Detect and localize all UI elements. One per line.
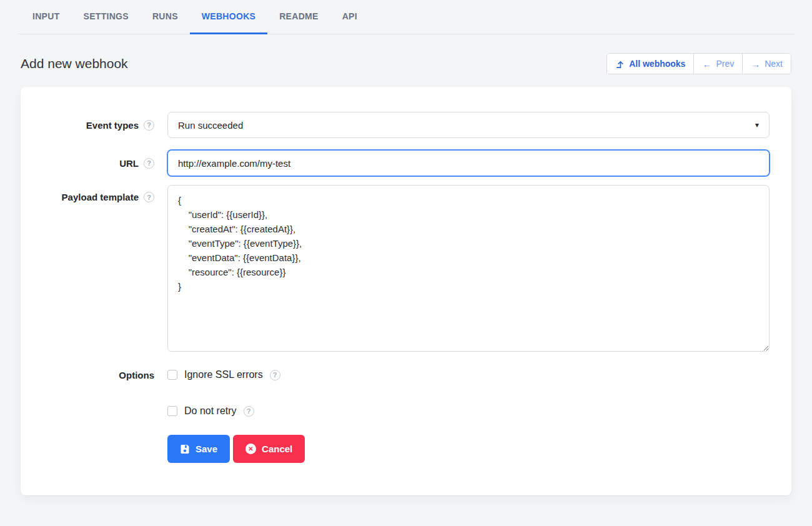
options-label-cell: Options [21,370,154,380]
url-row: URL ? [21,150,770,176]
event-types-label-cell: Event types ? [21,120,154,131]
payload-template-textarea[interactable]: { "userId": {{userId}}, "createdAt": {{c… [167,185,770,352]
help-icon[interactable]: ? [144,120,154,131]
page-header: Add new webhook All webhooks ← Prev → Ne… [21,53,791,74]
cancel-button[interactable]: ✕ Cancel [233,435,305,463]
do-not-retry-row: Do not retry ? [21,405,770,417]
url-label-cell: URL ? [21,158,154,169]
url-label: URL [119,158,139,169]
save-label: Save [196,444,217,454]
options-label: Options [119,370,154,380]
help-icon[interactable]: ? [270,370,280,380]
tab-readme[interactable]: README [267,0,330,34]
webhook-nav-button-group: All webhooks ← Prev → Next [607,53,791,74]
tab-input[interactable]: INPUT [21,0,72,34]
do-not-retry-checkbox[interactable] [167,406,177,416]
ignore-ssl-label[interactable]: Ignore SSL errors [184,369,263,380]
prev-button[interactable]: ← Prev [693,54,742,74]
event-types-label: Event types [86,120,139,131]
arrow-right-icon: → [751,59,760,69]
save-button[interactable]: Save [167,435,230,463]
next-label: Next [765,59,783,69]
help-icon[interactable]: ? [144,158,154,169]
tab-api[interactable]: API [330,0,369,34]
tab-webhooks[interactable]: WEBHOOKS [190,0,267,34]
all-webhooks-label: All webhooks [629,59,685,69]
all-webhooks-button[interactable]: All webhooks [607,54,693,74]
cancel-label: Cancel [262,444,292,454]
tab-runs[interactable]: RUNS [141,0,190,34]
do-not-retry-checkbox-line: Do not retry ? [167,405,770,417]
tab-settings[interactable]: SETTINGS [72,0,141,34]
event-types-select[interactable]: Run succeeded ▾ [167,112,770,138]
payload-template-label: Payload template [62,192,139,202]
ignore-ssl-checkbox[interactable] [167,370,177,380]
url-input[interactable] [167,150,770,176]
cancel-x-glyph: ✕ [248,445,253,452]
webhook-form-card: Event types ? Run succeeded ▾ URL ? Payl… [21,87,791,495]
page-title: Add new webhook [21,56,128,71]
arrow-left-icon: ← [702,59,711,69]
event-types-row: Event types ? Run succeeded ▾ [21,112,770,138]
prev-label: Prev [716,59,734,69]
next-button[interactable]: → Next [742,54,791,74]
payload-template-row: Payload template ? { "userId": {{userId}… [21,185,770,352]
event-types-selected-value: Run succeeded [178,120,243,131]
ignore-ssl-row: Options Ignore SSL errors ? [21,369,770,380]
help-icon[interactable]: ? [144,192,154,202]
floppy-save-icon [180,444,190,454]
form-actions: Save ✕ Cancel [167,435,770,463]
do-not-retry-label[interactable]: Do not retry [184,405,237,417]
help-icon[interactable]: ? [244,406,254,417]
caret-down-icon: ▾ [755,121,759,129]
arrow-up-from-line-icon [615,59,625,69]
ignore-ssl-checkbox-line: Ignore SSL errors ? [167,369,770,380]
actions-row: Save ✕ Cancel [21,435,770,463]
payload-template-label-cell: Payload template ? [21,185,154,202]
tab-bar: INPUT SETTINGS RUNS WEBHOOKS README API [0,0,812,34]
cancel-x-icon: ✕ [245,444,256,454]
